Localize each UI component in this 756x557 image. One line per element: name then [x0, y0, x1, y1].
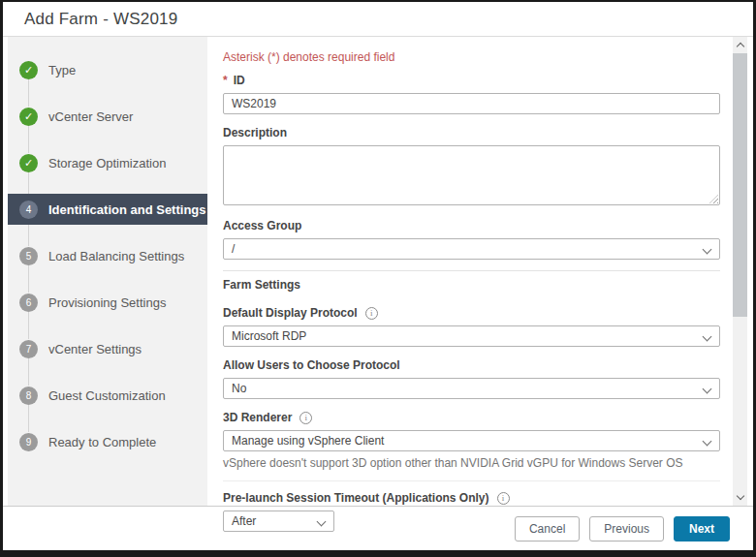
- step-label: vCenter Server: [48, 109, 133, 124]
- allow-users-choose-protocol-select[interactable]: No: [223, 378, 720, 399]
- dialog-content: ✓ Type ✓ vCenter Server ✓ Storage Optimi…: [3, 37, 753, 507]
- check-icon: ✓: [19, 61, 38, 79]
- step-provisioning-settings[interactable]: 6 Provisioning Settings: [8, 293, 207, 312]
- step-ready-to-complete[interactable]: 9 Ready to Complete: [8, 432, 207, 451]
- prelaunch-when-select[interactable]: After: [223, 511, 334, 532]
- description-textarea[interactable]: [223, 145, 720, 205]
- cancel-button[interactable]: Cancel: [515, 516, 580, 542]
- dialog-footer: Cancel Previous Next: [3, 507, 753, 550]
- step-label: Guest Customization: [48, 388, 166, 403]
- 3d-renderer-note: vSphere doesn't support 3D option other …: [223, 456, 720, 470]
- dialog-title: Add Farm - WS2019: [24, 10, 177, 29]
- vertical-scrollbar[interactable]: [733, 37, 747, 506]
- step-label: Provisioning Settings: [48, 295, 166, 310]
- step-label: Type: [48, 63, 76, 77]
- step-number-badge: 5: [19, 247, 38, 265]
- info-icon[interactable]: i: [299, 412, 312, 424]
- step-identification-and-settings[interactable]: 4 Identification and Settings: [8, 194, 207, 225]
- step-load-balancing-settings[interactable]: 5 Load Balancing Settings: [8, 246, 207, 265]
- step-label: Ready to Complete: [48, 435, 156, 449]
- step-label: vCenter Settings: [48, 342, 142, 356]
- allow-users-choose-protocol-label: Allow Users to Choose Protocol: [223, 358, 720, 372]
- access-group-select[interactable]: /: [223, 238, 720, 260]
- step-connector: [28, 79, 29, 107]
- add-farm-dialog: Add Farm - WS2019 ✓ Type ✓ vCenter Serve…: [0, 0, 756, 557]
- chevron-down-icon: [317, 517, 327, 527]
- chevron-down-icon: [703, 385, 712, 394]
- previous-button[interactable]: Previous: [589, 516, 664, 542]
- step-label: Load Balancing Settings: [48, 249, 184, 263]
- id-input[interactable]: [223, 93, 720, 114]
- step-storage-optimization[interactable]: ✓ Storage Optimization: [8, 153, 207, 172]
- default-display-protocol-select[interactable]: Microsoft RDP: [223, 325, 720, 347]
- 3d-renderer-label: 3D Renderer i: [223, 411, 720, 424]
- section-divider: [223, 480, 720, 481]
- form-panel: Asterisk (*) denotes required field * ID…: [207, 37, 733, 506]
- check-icon: ✓: [19, 154, 38, 172]
- step-number-badge: 6: [19, 294, 38, 312]
- step-type[interactable]: ✓ Type: [8, 60, 207, 79]
- required-field-note: Asterisk (*) denotes required field: [223, 50, 720, 64]
- section-divider: [223, 270, 720, 271]
- step-number-badge: 4: [19, 201, 38, 219]
- dialog-header: Add Farm - WS2019: [3, 2, 753, 37]
- check-icon: ✓: [19, 108, 38, 126]
- chevron-down-icon: [703, 245, 712, 255]
- next-button[interactable]: Next: [674, 516, 730, 542]
- access-group-label: Access Group: [223, 219, 720, 232]
- wizard-steps-sidebar: ✓ Type ✓ vCenter Server ✓ Storage Optimi…: [8, 37, 207, 506]
- prelaunch-timeout-label: Pre-launch Session Timeout (Applications…: [223, 491, 720, 505]
- default-display-protocol-label: Default Display Protocol i: [223, 306, 720, 320]
- step-connector: [28, 358, 29, 386]
- step-connector: [28, 126, 29, 153]
- scroll-up-icon[interactable]: [733, 38, 747, 52]
- step-vcenter-server[interactable]: ✓ vCenter Server: [8, 107, 207, 126]
- description-label: Description: [223, 126, 720, 139]
- info-icon[interactable]: i: [365, 307, 378, 320]
- step-label: Storage Optimization: [48, 156, 166, 170]
- scrollbar-thumb[interactable]: [733, 53, 747, 317]
- step-connector: [28, 265, 29, 293]
- step-connector: [28, 405, 29, 432]
- step-number-badge: 7: [19, 340, 38, 358]
- step-label: Identification and Settings: [48, 202, 206, 217]
- chevron-down-icon: [703, 437, 712, 447]
- step-number-badge: 9: [19, 433, 38, 451]
- info-icon[interactable]: i: [497, 492, 510, 505]
- farm-settings-heading: Farm Settings: [223, 278, 720, 292]
- chevron-down-icon: [703, 332, 712, 342]
- scroll-down-icon[interactable]: [733, 490, 747, 505]
- 3d-renderer-select[interactable]: Manage using vSphere Client: [223, 430, 720, 451]
- step-number-badge: 8: [19, 387, 38, 405]
- step-vcenter-settings[interactable]: 7 vCenter Settings: [8, 339, 207, 358]
- id-label: * ID: [223, 74, 720, 87]
- required-asterisk: *: [223, 74, 228, 87]
- step-connector: [28, 312, 29, 339]
- step-guest-customization[interactable]: 8 Guest Customization: [8, 386, 207, 405]
